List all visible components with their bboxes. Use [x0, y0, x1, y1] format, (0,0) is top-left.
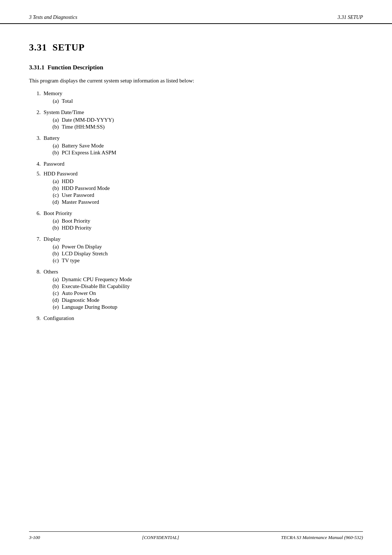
header-right: 3.31 SETUP	[338, 15, 363, 20]
alpha-item: (b)PCI Express Link ASPM	[44, 150, 363, 156]
alpha-item: (c)User Password	[44, 192, 363, 198]
alpha-label: (a)	[44, 276, 62, 283]
num-label: 4.	[29, 161, 44, 169]
alpha-content: Battery Save Mode	[62, 143, 363, 149]
alpha-content: LCD Display Stretch	[62, 251, 363, 257]
alpha-label: (a)	[44, 143, 62, 149]
alpha-item: (b)Time (HH:MM:SS)	[44, 124, 363, 130]
num-label: 2.	[29, 109, 44, 133]
list-item: 7.Display(a)Power On Display(b)LCD Displ…	[29, 236, 363, 267]
num-label: 6.	[29, 210, 44, 234]
alpha-item: (b)HDD Password Mode	[44, 185, 363, 191]
num-content: Boot Priority(a)Boot Priority(b)HDD Prio…	[44, 210, 363, 234]
num-content: Others(a)Dynamic CPU Frequency Mode(b)Ex…	[44, 269, 363, 313]
page-content: 3.31 SETUP 3.31.1 Function Description T…	[0, 24, 392, 354]
alpha-content: Dynamic CPU Frequency Mode	[62, 276, 363, 283]
alpha-label: (e)	[44, 304, 62, 310]
alpha-item: (a)Total	[44, 98, 363, 104]
alpha-label: (b)	[44, 225, 62, 231]
page-footer: 3-100 [CONFIDENTIAL] TECRA S3 Maintenanc…	[29, 531, 363, 540]
numbered-list: 1.Memory(a)Total2.System Date/Time(a)Dat…	[29, 90, 363, 323]
alpha-content: Total	[62, 98, 363, 104]
alpha-item: (c)TV type	[44, 258, 363, 264]
num-label: 8.	[29, 269, 44, 313]
num-label: 7.	[29, 236, 44, 267]
list-item: 4.Password	[29, 161, 363, 169]
alpha-list: (a)Dynamic CPU Frequency Mode(b)Execute-…	[44, 276, 363, 310]
alpha-item: (c)Auto Power On	[44, 290, 363, 296]
alpha-item: (a)HDD	[44, 178, 363, 185]
alpha-content: PCI Express Link ASPM	[62, 150, 363, 156]
subsection-title: 3.31.1 Function Description	[29, 64, 363, 71]
list-item: 9.Configuration	[29, 315, 363, 323]
alpha-label: (a)	[44, 178, 62, 185]
alpha-content: HDD	[62, 178, 363, 185]
num-content: Display(a)Power On Display(b)LCD Display…	[44, 236, 363, 267]
item-label: Configuration	[44, 315, 363, 321]
alpha-label: (c)	[44, 290, 62, 296]
alpha-content: Diagnostic Mode	[62, 297, 363, 303]
alpha-content: Auto Power On	[62, 290, 363, 296]
alpha-item: (b)Execute-Disable Bit Capability	[44, 283, 363, 289]
num-label: 3.	[29, 135, 44, 159]
item-label: Password	[44, 161, 363, 167]
header-left: 3 Tests and Diagnostics	[29, 15, 77, 20]
alpha-content: TV type	[62, 258, 363, 264]
item-label: Others	[44, 269, 363, 275]
subsection-heading: Function Description	[48, 64, 103, 71]
alpha-item: (a)Dynamic CPU Frequency Mode	[44, 276, 363, 283]
list-item: 8.Others(a)Dynamic CPU Frequency Mode(b)…	[29, 269, 363, 313]
footer-left: 3-100	[29, 535, 40, 540]
num-content: System Date/Time(a)Date (MM-DD-YYYY)(b)T…	[44, 109, 363, 133]
alpha-content: Date (MM-DD-YYYY)	[62, 117, 363, 123]
alpha-list: (a)Boot Priority(b)HDD Priority	[44, 218, 363, 231]
list-item: 2.System Date/Time(a)Date (MM-DD-YYYY)(b…	[29, 109, 363, 133]
alpha-content: User Password	[62, 192, 363, 198]
num-label: 1.	[29, 90, 44, 107]
alpha-item: (e)Language During Bootup	[44, 304, 363, 310]
alpha-content: Execute-Disable Bit Capability	[62, 283, 363, 289]
item-label: System Date/Time	[44, 109, 363, 116]
num-content: HDD Password(a)HDD(b)HDD Password Mode(c…	[44, 171, 363, 208]
alpha-list: (a)Total	[44, 98, 363, 104]
alpha-content: Language During Bootup	[62, 304, 363, 310]
alpha-list: (a)Date (MM-DD-YYYY)(b)Time (HH:MM:SS)	[44, 117, 363, 130]
section-heading: SETUP	[53, 42, 85, 53]
alpha-item: (a)Battery Save Mode	[44, 143, 363, 149]
alpha-content: HDD Password Mode	[62, 185, 363, 191]
list-item: 6.Boot Priority(a)Boot Priority(b)HDD Pr…	[29, 210, 363, 234]
alpha-content: HDD Priority	[62, 225, 363, 231]
num-content: Memory(a)Total	[44, 90, 363, 107]
subsection-number: 3.31.1	[29, 64, 45, 71]
alpha-label: (a)	[44, 98, 62, 104]
alpha-label: (c)	[44, 192, 62, 198]
list-item: 1.Memory(a)Total	[29, 90, 363, 107]
page-header: 3 Tests and Diagnostics 3.31 SETUP	[0, 0, 392, 24]
alpha-item: (a)Power On Display	[44, 244, 363, 250]
alpha-label: (b)	[44, 185, 62, 191]
alpha-label: (b)	[44, 251, 62, 257]
alpha-label: (b)	[44, 283, 62, 289]
footer-right: TECRA S3 Maintenance Manual (960-532)	[281, 535, 363, 540]
num-content: Password	[44, 161, 363, 169]
item-label: Memory	[44, 90, 363, 97]
alpha-item: (b)HDD Priority	[44, 225, 363, 231]
alpha-content: Power On Display	[62, 244, 363, 250]
section-number: 3.31	[29, 42, 47, 53]
alpha-item: (d)Master Password	[44, 199, 363, 205]
alpha-list: (a)Power On Display(b)LCD Display Stretc…	[44, 244, 363, 264]
item-label: Battery	[44, 135, 363, 141]
intro-text: This program displays the current system…	[29, 78, 363, 84]
alpha-item: (a)Boot Priority	[44, 218, 363, 224]
alpha-label: (c)	[44, 258, 62, 264]
alpha-label: (a)	[44, 218, 62, 224]
alpha-label: (d)	[44, 297, 62, 303]
alpha-content: Master Password	[62, 199, 363, 205]
num-label: 5.	[29, 171, 44, 208]
num-content: Configuration	[44, 315, 363, 323]
section-title: 3.31 SETUP	[29, 42, 363, 53]
item-label: Display	[44, 236, 363, 242]
alpha-list: (a)HDD(b)HDD Password Mode(c)User Passwo…	[44, 178, 363, 205]
alpha-item: (d)Diagnostic Mode	[44, 297, 363, 303]
alpha-list: (a)Battery Save Mode(b)PCI Express Link …	[44, 143, 363, 156]
